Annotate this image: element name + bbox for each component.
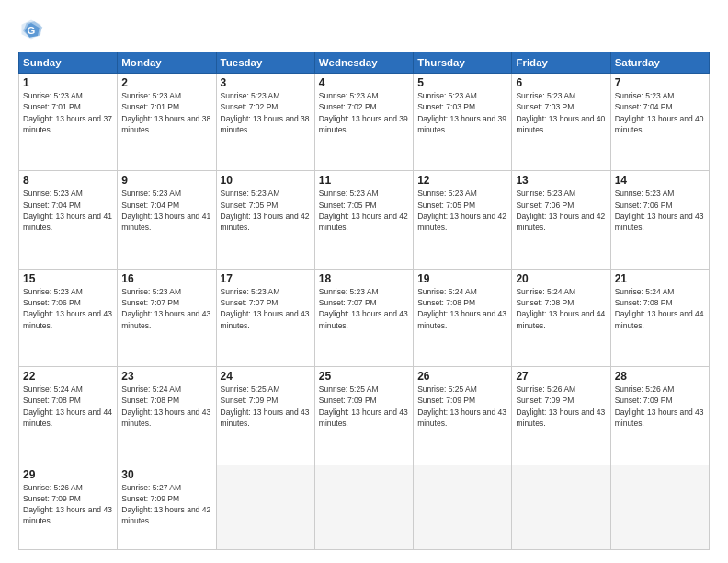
table-row: 22 Sunrise: 5:24 AMSunset: 7:08 PMDaylig…: [19, 367, 118, 465]
col-tuesday: Tuesday: [216, 52, 314, 74]
table-row: 21 Sunrise: 5:24 AMSunset: 7:08 PMDaylig…: [610, 269, 709, 366]
table-row: 17 Sunrise: 5:23 AMSunset: 7:07 PMDaylig…: [216, 269, 314, 366]
table-row: 8 Sunrise: 5:23 AMSunset: 7:04 PMDayligh…: [19, 171, 118, 269]
table-row: 7 Sunrise: 5:23 AMSunset: 7:04 PMDayligh…: [610, 74, 709, 171]
cell-info: Sunrise: 5:23 AMSunset: 7:07 PMDaylight:…: [121, 287, 210, 330]
table-row: 26 Sunrise: 5:25 AMSunset: 7:09 PMDaylig…: [414, 367, 512, 465]
day-number: 6: [516, 76, 606, 89]
table-row: [216, 465, 314, 550]
cell-info: Sunrise: 5:23 AMSunset: 7:05 PMDaylight:…: [319, 189, 408, 232]
table-row: 1 Sunrise: 5:23 AMSunset: 7:01 PMDayligh…: [19, 74, 118, 171]
table-row: 4 Sunrise: 5:23 AMSunset: 7:02 PMDayligh…: [314, 74, 413, 171]
cell-info: Sunrise: 5:26 AMSunset: 7:09 PMDaylight:…: [516, 385, 605, 428]
cell-info: Sunrise: 5:23 AMSunset: 7:04 PMDaylight:…: [121, 189, 210, 232]
day-number: 10: [221, 174, 311, 187]
calendar-header-row: Sunday Monday Tuesday Wednesday Thursday…: [19, 52, 710, 74]
day-number: 13: [516, 174, 606, 187]
day-number: 21: [615, 272, 705, 285]
table-row: 10 Sunrise: 5:23 AMSunset: 7:05 PMDaylig…: [216, 171, 314, 269]
day-number: 1: [23, 76, 113, 89]
cell-info: Sunrise: 5:23 AMSunset: 7:05 PMDaylight:…: [221, 189, 310, 232]
day-number: 23: [121, 370, 211, 383]
day-number: 17: [221, 272, 311, 285]
day-number: 11: [319, 174, 409, 187]
day-number: 25: [319, 370, 409, 383]
cell-info: Sunrise: 5:24 AMSunset: 7:08 PMDaylight:…: [615, 287, 704, 330]
day-number: 9: [121, 174, 211, 187]
day-number: 12: [417, 174, 507, 187]
day-number: 14: [615, 174, 705, 187]
col-saturday: Saturday: [610, 52, 709, 74]
cell-info: Sunrise: 5:25 AMSunset: 7:09 PMDaylight:…: [417, 385, 506, 428]
table-row: 3 Sunrise: 5:23 AMSunset: 7:02 PMDayligh…: [216, 74, 314, 171]
cell-info: Sunrise: 5:25 AMSunset: 7:09 PMDaylight:…: [319, 385, 408, 428]
calendar-table: Sunday Monday Tuesday Wednesday Thursday…: [18, 52, 710, 550]
day-number: 5: [417, 76, 507, 89]
cell-info: Sunrise: 5:23 AMSunset: 7:01 PMDaylight:…: [121, 91, 210, 134]
col-monday: Monday: [118, 52, 216, 74]
cell-info: Sunrise: 5:23 AMSunset: 7:02 PMDaylight:…: [221, 91, 310, 134]
day-number: 22: [23, 370, 113, 383]
table-row: 16 Sunrise: 5:23 AMSunset: 7:07 PMDaylig…: [118, 269, 216, 366]
cell-info: Sunrise: 5:25 AMSunset: 7:09 PMDaylight:…: [221, 385, 310, 428]
cell-info: Sunrise: 5:27 AMSunset: 7:09 PMDaylight:…: [121, 483, 210, 526]
logo: G: [18, 17, 48, 42]
svg-text:G: G: [28, 25, 36, 36]
cell-info: Sunrise: 5:23 AMSunset: 7:06 PMDaylight:…: [23, 287, 112, 330]
table-row: 14 Sunrise: 5:23 AMSunset: 7:06 PMDaylig…: [610, 171, 709, 269]
cell-info: Sunrise: 5:23 AMSunset: 7:02 PMDaylight:…: [319, 91, 408, 134]
table-row: 24 Sunrise: 5:25 AMSunset: 7:09 PMDaylig…: [216, 367, 314, 465]
day-number: 28: [615, 370, 705, 383]
col-wednesday: Wednesday: [314, 52, 413, 74]
col-sunday: Sunday: [19, 52, 118, 74]
day-number: 15: [23, 272, 113, 285]
cell-info: Sunrise: 5:23 AMSunset: 7:03 PMDaylight:…: [417, 91, 506, 134]
cell-info: Sunrise: 5:23 AMSunset: 7:05 PMDaylight:…: [417, 189, 506, 232]
day-number: 2: [121, 76, 211, 89]
day-number: 26: [417, 370, 507, 383]
page: G Sunday Monday Tuesday Wednesday Thursd…: [0, 0, 728, 563]
table-row: 28 Sunrise: 5:26 AMSunset: 7:09 PMDaylig…: [610, 367, 709, 465]
day-number: 3: [221, 76, 311, 89]
cell-info: Sunrise: 5:24 AMSunset: 7:08 PMDaylight:…: [417, 287, 506, 330]
cell-info: Sunrise: 5:24 AMSunset: 7:08 PMDaylight:…: [23, 385, 112, 428]
table-row: [512, 465, 610, 550]
table-row: 6 Sunrise: 5:23 AMSunset: 7:03 PMDayligh…: [512, 74, 610, 171]
table-row: [414, 465, 512, 550]
cell-info: Sunrise: 5:23 AMSunset: 7:03 PMDaylight:…: [516, 91, 605, 134]
table-row: 2 Sunrise: 5:23 AMSunset: 7:01 PMDayligh…: [118, 74, 216, 171]
day-number: 18: [319, 272, 409, 285]
table-row: 18 Sunrise: 5:23 AMSunset: 7:07 PMDaylig…: [314, 269, 413, 366]
day-number: 27: [516, 370, 606, 383]
table-row: 29 Sunrise: 5:26 AMSunset: 7:09 PMDaylig…: [19, 465, 118, 550]
day-number: 16: [121, 272, 211, 285]
table-row: 25 Sunrise: 5:25 AMSunset: 7:09 PMDaylig…: [314, 367, 413, 465]
cell-info: Sunrise: 5:23 AMSunset: 7:01 PMDaylight:…: [23, 91, 112, 134]
cell-info: Sunrise: 5:26 AMSunset: 7:09 PMDaylight:…: [615, 385, 704, 428]
cell-info: Sunrise: 5:23 AMSunset: 7:04 PMDaylight:…: [23, 189, 112, 232]
cell-info: Sunrise: 5:26 AMSunset: 7:09 PMDaylight:…: [23, 483, 112, 526]
table-row: 5 Sunrise: 5:23 AMSunset: 7:03 PMDayligh…: [414, 74, 512, 171]
cell-info: Sunrise: 5:23 AMSunset: 7:06 PMDaylight:…: [516, 189, 605, 232]
day-number: 29: [23, 468, 113, 481]
col-thursday: Thursday: [414, 52, 512, 74]
header: G: [18, 17, 710, 42]
col-friday: Friday: [512, 52, 610, 74]
table-row: 12 Sunrise: 5:23 AMSunset: 7:05 PMDaylig…: [414, 171, 512, 269]
table-row: 15 Sunrise: 5:23 AMSunset: 7:06 PMDaylig…: [19, 269, 118, 366]
table-row: 11 Sunrise: 5:23 AMSunset: 7:05 PMDaylig…: [314, 171, 413, 269]
cell-info: Sunrise: 5:23 AMSunset: 7:07 PMDaylight:…: [221, 287, 310, 330]
cell-info: Sunrise: 5:24 AMSunset: 7:08 PMDaylight:…: [516, 287, 605, 330]
table-row: 20 Sunrise: 5:24 AMSunset: 7:08 PMDaylig…: [512, 269, 610, 366]
cell-info: Sunrise: 5:23 AMSunset: 7:04 PMDaylight:…: [615, 91, 704, 134]
cell-info: Sunrise: 5:23 AMSunset: 7:06 PMDaylight:…: [615, 189, 704, 232]
table-row: 13 Sunrise: 5:23 AMSunset: 7:06 PMDaylig…: [512, 171, 610, 269]
table-row: 19 Sunrise: 5:24 AMSunset: 7:08 PMDaylig…: [414, 269, 512, 366]
table-row: 27 Sunrise: 5:26 AMSunset: 7:09 PMDaylig…: [512, 367, 610, 465]
day-number: 24: [221, 370, 311, 383]
day-number: 7: [615, 76, 705, 89]
cell-info: Sunrise: 5:23 AMSunset: 7:07 PMDaylight:…: [319, 287, 408, 330]
table-row: 23 Sunrise: 5:24 AMSunset: 7:08 PMDaylig…: [118, 367, 216, 465]
table-row: 9 Sunrise: 5:23 AMSunset: 7:04 PMDayligh…: [118, 171, 216, 269]
cell-info: Sunrise: 5:24 AMSunset: 7:08 PMDaylight:…: [121, 385, 210, 428]
